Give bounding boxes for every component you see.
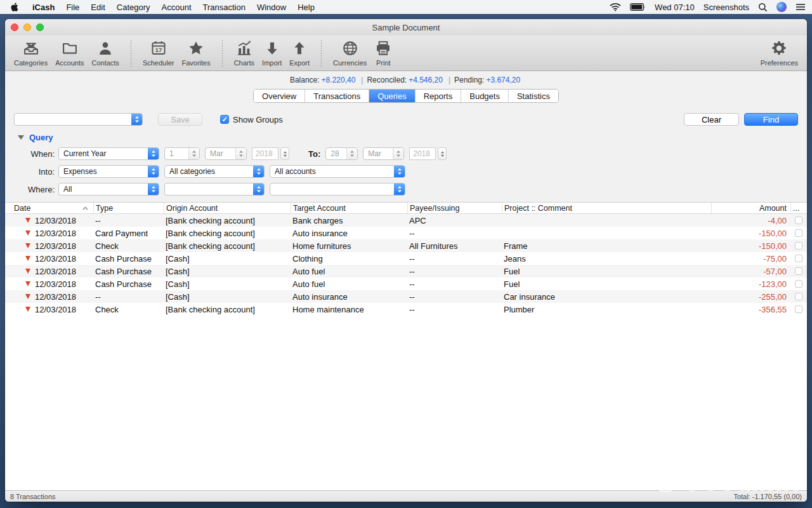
cell-target-account: Auto fuel — [291, 277, 407, 290]
menu-clock[interactable]: Wed 07:10 — [655, 3, 695, 12]
column-header-blank[interactable]: ... — [790, 203, 807, 213]
select-value: Mar — [368, 149, 390, 158]
toolbar-scheduler-button[interactable]: 17Scheduler — [139, 37, 178, 67]
toolbar-preferences-button[interactable]: Preferences — [757, 37, 802, 67]
toolbar-contacts-button[interactable]: Contacts — [88, 37, 122, 67]
disclosure-triangle-icon[interactable] — [18, 135, 24, 140]
stepper-icon — [253, 166, 264, 177]
tab-queries[interactable]: Queries — [369, 90, 415, 102]
menu-edit[interactable]: Edit — [85, 3, 110, 12]
toolbar-export-button[interactable]: Export — [285, 37, 313, 67]
table-row[interactable]: 12/03/2018Cash Purchase[Cash]Auto fuel--… — [5, 265, 807, 277]
table-row[interactable]: 12/03/2018Cash Purchase[Cash]Auto fuel--… — [5, 277, 807, 290]
row-checkbox[interactable] — [795, 255, 802, 262]
toolbar-favorites-button[interactable]: Favorites — [178, 37, 214, 67]
cell-payee: APC — [407, 214, 502, 227]
table-empty-area — [5, 316, 807, 490]
title-bar[interactable]: Sample Document — [5, 19, 807, 36]
cell-type: -- — [93, 290, 164, 303]
table-row[interactable]: 12/03/2018Cash Purchase[Cash]Clothing--J… — [5, 252, 807, 265]
menu-help[interactable]: Help — [292, 3, 320, 12]
save-button[interactable]: Save — [158, 113, 202, 126]
battery-icon[interactable] — [630, 3, 646, 11]
tab-transactions[interactable]: Transactions — [304, 90, 369, 102]
menu-category[interactable]: Category — [111, 3, 156, 12]
query-select-empty[interactable] — [164, 183, 265, 196]
table-row[interactable]: 12/03/2018Check[Bank checking account]Ho… — [5, 303, 807, 316]
toolbar-group: 17SchedulerFavorites — [139, 37, 214, 67]
menu-transaction[interactable]: Transaction — [197, 3, 251, 12]
tab-overview[interactable]: Overview — [254, 90, 304, 102]
query-select-expenses[interactable]: Expenses — [58, 165, 159, 178]
query-select-1[interactable]: 1 — [164, 147, 200, 160]
query-select-mar[interactable]: Mar — [363, 147, 404, 160]
cell-payee: -- — [407, 303, 502, 316]
query-select-current-year[interactable]: Current Year — [58, 147, 159, 160]
row-checkbox[interactable] — [795, 280, 802, 288]
show-groups-checkbox[interactable]: ✓ — [220, 115, 229, 124]
saved-query-select[interactable] — [14, 113, 143, 126]
siri-icon[interactable] — [776, 2, 787, 12]
year-field[interactable]: 2018 — [409, 147, 436, 160]
search-icon[interactable] — [758, 3, 768, 12]
row-checkbox[interactable] — [795, 267, 802, 275]
row-checkbox[interactable] — [795, 305, 802, 313]
column-header-payee-issuing[interactable]: Payee/Issuing — [407, 203, 502, 213]
query-select-28[interactable]: 28 — [325, 147, 358, 160]
column-header-amount[interactable]: Amount — [711, 203, 790, 213]
year-stepper[interactable] — [438, 147, 447, 160]
folder-icon — [60, 38, 79, 58]
tab-statistics[interactable]: Statistics — [508, 90, 558, 102]
query-select-all-accounts[interactable]: All accounts — [270, 165, 405, 178]
row-checkbox[interactable] — [795, 293, 802, 300]
toolbar-categories-button[interactable]: Categories — [10, 37, 51, 67]
query-select-mar[interactable]: Mar — [205, 147, 247, 160]
stepper-icon — [188, 148, 199, 159]
stepper-icon — [394, 184, 405, 195]
apple-menu-icon[interactable] — [10, 2, 19, 12]
menu-account[interactable]: Account — [156, 3, 197, 12]
table-row[interactable]: 12/03/2018--[Bank checking account]Bank … — [5, 214, 807, 227]
wifi-icon[interactable] — [610, 3, 621, 11]
column-header-project-comment[interactable]: Project :: Comment — [502, 203, 711, 213]
column-header-origin-account[interactable]: Origin Account — [164, 203, 291, 213]
balance-label: Pending: — [454, 76, 484, 84]
row-checkbox[interactable] — [795, 217, 802, 224]
clear-button[interactable]: Clear — [684, 113, 739, 126]
cell-date: 12/03/2018 — [5, 252, 93, 265]
column-header-type[interactable]: Type — [93, 203, 164, 213]
toolbar-label: Charts — [234, 59, 254, 67]
toolbar-print-button[interactable]: Print — [370, 37, 396, 67]
menu-user[interactable]: Screenshots — [704, 3, 749, 12]
query-select-empty[interactable] — [270, 183, 405, 196]
row-checkbox[interactable] — [795, 229, 802, 237]
row-checkbox[interactable] — [795, 242, 802, 250]
column-header-date[interactable]: Date — [5, 203, 93, 213]
toolbar-currencies-button[interactable]: Currencies — [329, 37, 370, 67]
notification-center-icon[interactable] — [796, 3, 806, 11]
table-row[interactable]: 12/03/2018--[Cash]Auto insurance--Car in… — [5, 290, 807, 303]
column-header-target-account[interactable]: Target Account — [291, 203, 407, 213]
tab-reports[interactable]: Reports — [415, 90, 461, 102]
table-row[interactable]: 12/03/2018Card Payment[Bank checking acc… — [5, 227, 807, 239]
find-button[interactable]: Find — [744, 113, 798, 126]
cell-project-comment: Fuel — [502, 277, 711, 290]
query-select-all[interactable]: All — [58, 183, 159, 196]
cell-target-account: Clothing — [291, 252, 407, 265]
toolbar-charts-button[interactable]: Charts — [230, 37, 258, 67]
query-row-where: Where:All — [14, 183, 798, 196]
cell-checkbox — [790, 290, 807, 303]
menu-file[interactable]: File — [60, 3, 85, 12]
menu-icash[interactable]: iCash — [27, 3, 60, 12]
table-row[interactable]: 12/03/2018Check[Bank checking account]Ho… — [5, 239, 807, 252]
menu-window[interactable]: Window — [251, 3, 292, 12]
cell-project-comment: Jeans — [502, 252, 711, 265]
toolbar-accounts-button[interactable]: Accounts — [51, 37, 88, 67]
toolbar-import-button[interactable]: Import — [258, 37, 285, 67]
year-field[interactable]: 2018 — [252, 147, 278, 160]
person-icon — [96, 38, 114, 58]
year-stepper[interactable] — [280, 147, 289, 160]
cell-checkbox — [790, 214, 807, 227]
tab-budgets[interactable]: Budgets — [461, 90, 508, 102]
query-select-all-categories[interactable]: All categories — [164, 165, 265, 178]
